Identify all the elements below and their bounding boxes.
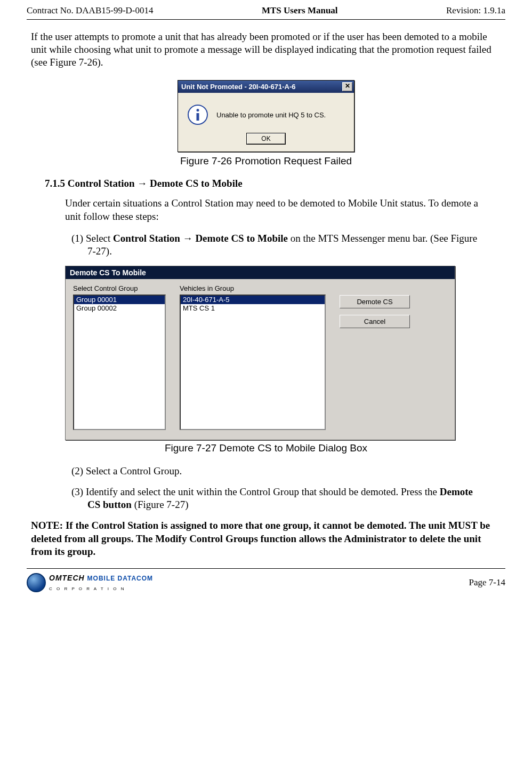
note-text: NOTE: If the Control Station is assigned… bbox=[31, 519, 501, 559]
logo-text-md: MOBILE DATACOM bbox=[87, 575, 154, 582]
section-7-1-5-heading: 7.1.5 Control Station → Demote CS to Mob… bbox=[45, 178, 505, 189]
header-title: MTS Users Manual bbox=[262, 5, 338, 16]
logo-subtext: C O R P O R A T I O N bbox=[49, 586, 125, 591]
page-number: Page 7-14 bbox=[469, 577, 505, 588]
footer-divider bbox=[27, 568, 505, 569]
demote-cs-button[interactable]: Demote CS bbox=[340, 295, 410, 308]
step-3-text-a: (3) Identify and select the unit within … bbox=[71, 486, 440, 497]
header-divider bbox=[27, 19, 505, 20]
intro-paragraph: If the user attempts to promote a unit t… bbox=[31, 30, 505, 68]
list-item[interactable]: MTS CS 1 bbox=[181, 304, 325, 313]
logo-text-omtech: OMTECH bbox=[49, 574, 87, 582]
label-select-group: Select Control Group bbox=[73, 284, 166, 292]
cancel-button[interactable]: Cancel bbox=[340, 315, 410, 328]
list-item[interactable]: Group 00002 bbox=[74, 304, 165, 313]
msgbox-titlebar: Unit Not Promoted - 20I-40-671-A-6 ✕ bbox=[178, 81, 354, 93]
page-header: Contract No. DAAB15-99-D-0014 MTS Users … bbox=[27, 5, 505, 18]
msgbox-message: Unable to promote unit HQ 5 to CS. bbox=[216, 111, 326, 119]
demote-dialog-title: Demote CS To Mobile bbox=[66, 266, 455, 279]
msgbox-title: Unit Not Promoted - 20I-40-671-A-6 bbox=[181, 83, 296, 91]
ok-button[interactable]: OK bbox=[247, 133, 285, 144]
step-1-text-a: Select bbox=[86, 233, 113, 244]
header-contract: Contract No. DAAB15-99-D-0014 bbox=[27, 5, 154, 16]
section-7-1-5-body: Under certain situations a Control Stati… bbox=[65, 197, 484, 223]
msgbox-promotion-failed: Unit Not Promoted - 20I-40-671-A-6 ✕ Una… bbox=[178, 80, 354, 152]
globe-icon bbox=[27, 573, 46, 592]
step-3: (3) Identify and select the unit within … bbox=[71, 486, 484, 512]
figure-26-caption: Figure 7-26 Promotion Request Failed bbox=[27, 155, 505, 167]
step-3-text-b: (Figure 7-27) bbox=[132, 499, 189, 510]
step-1-number: (1) bbox=[71, 233, 86, 244]
step-2: (2) Select a Control Group. bbox=[71, 465, 484, 478]
step-1: (1) Select Control Station → Demote CS t… bbox=[71, 232, 484, 258]
list-item[interactable]: 20I-40-671-A-5 bbox=[181, 296, 325, 304]
label-vehicles: Vehicles in Group bbox=[180, 284, 326, 292]
header-revision: Revision: 1.9.1a bbox=[446, 5, 505, 16]
vehicles-listbox[interactable]: 20I-40-671-A-5 MTS CS 1 bbox=[180, 295, 326, 430]
close-icon[interactable]: ✕ bbox=[342, 82, 352, 91]
control-group-listbox[interactable]: Group 00001 Group 00002 bbox=[73, 295, 166, 430]
demote-cs-dialog: Demote CS To Mobile Select Control Group… bbox=[65, 266, 455, 440]
list-item[interactable]: Group 00001 bbox=[74, 296, 165, 304]
step-1-bold: Control Station → Demote CS to Mobile bbox=[113, 233, 288, 244]
figure-27-caption: Figure 7-27 Demote CS to Mobile Dialog B… bbox=[27, 442, 505, 454]
page-footer: OMTECH MOBILE DATACOM C O R P O R A T I … bbox=[27, 573, 505, 595]
info-icon bbox=[188, 105, 208, 125]
footer-logo: OMTECH MOBILE DATACOM C O R P O R A T I … bbox=[27, 573, 153, 592]
